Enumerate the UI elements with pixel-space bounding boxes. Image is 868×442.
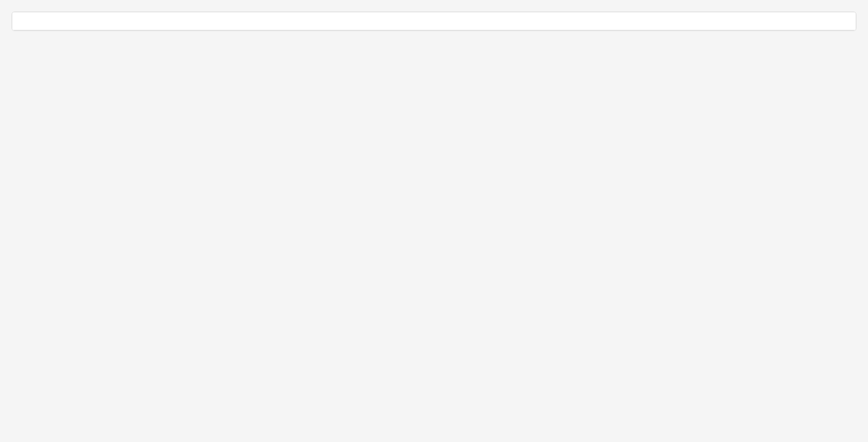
panel-header (12, 12, 856, 30)
compose-logs-container (12, 12, 856, 31)
